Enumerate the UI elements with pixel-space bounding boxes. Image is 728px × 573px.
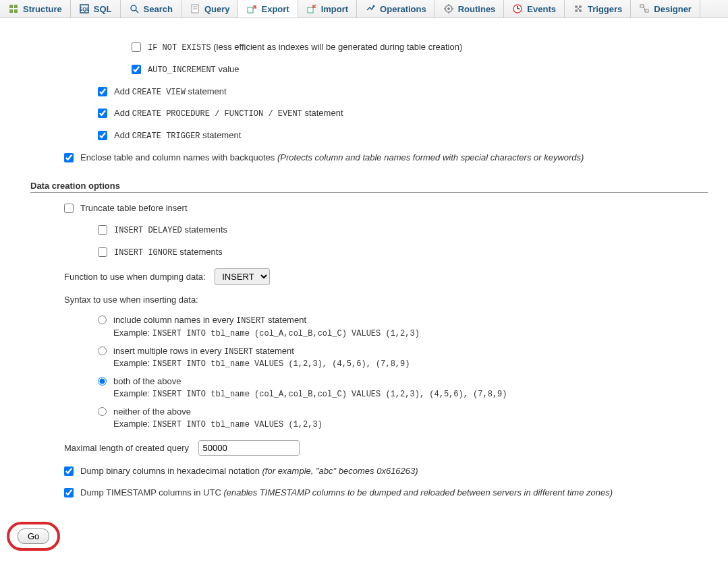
checkbox-truncate[interactable] xyxy=(64,204,74,213)
export-content: IF NOT EXISTS (less efficient as indexes… xyxy=(0,18,728,571)
checkbox-create-trigger[interactable] xyxy=(98,131,107,140)
syntax-radio-3[interactable] xyxy=(98,407,107,416)
tab-structure[interactable]: Structure xyxy=(0,0,71,18)
option-backquotes: Enclose table and column names with back… xyxy=(64,152,708,164)
option-create-trigger: Add CREATE TRIGGER statement xyxy=(98,129,708,142)
option-insert-delayed: INSERT DELAYED statements xyxy=(98,224,708,237)
maxlen-field: Maximal length of created query xyxy=(64,440,708,456)
label-create-procedure: Add CREATE PROCEDURE / FUNCTION / EVENT … xyxy=(114,107,343,120)
go-highlight: Go xyxy=(7,522,60,551)
label-insert-delayed: INSERT DELAYED statements xyxy=(114,224,227,237)
label-insert-ignore: INSERT IGNORE statements xyxy=(114,246,223,259)
svg-line-7 xyxy=(136,10,138,13)
tab-sql[interactable]: SQLSQL xyxy=(71,0,121,18)
svg-line-31 xyxy=(644,6,645,11)
syntax-option-3: neither of the aboveExample: INSERT INTO… xyxy=(98,406,708,431)
tab-label: Structure xyxy=(23,4,62,14)
checkbox-hex[interactable] xyxy=(64,466,74,476)
maxlen-input[interactable] xyxy=(198,440,300,456)
checkbox-insert-ignore[interactable] xyxy=(98,247,107,257)
checkbox-create-procedure[interactable] xyxy=(98,109,107,118)
svg-rect-0 xyxy=(9,5,13,8)
syntax-option-2: both of the aboveExample: INSERT INTO tb… xyxy=(98,375,708,400)
tab-label: Search xyxy=(144,4,173,14)
tab-routines[interactable]: Routines xyxy=(435,0,505,18)
checkbox-if-not-exists[interactable] xyxy=(132,42,141,52)
syntax-text-0: include column names in every INSERT sta… xyxy=(113,314,420,340)
checkbox-insert-delayed[interactable] xyxy=(98,225,107,235)
export-icon xyxy=(246,3,257,14)
tab-designer[interactable]: Designer xyxy=(631,0,700,18)
tab-search[interactable]: Search xyxy=(121,0,181,18)
structure-icon xyxy=(8,3,19,14)
option-truncate: Truncate table before insert xyxy=(64,202,708,214)
checkbox-create-view[interactable] xyxy=(98,87,107,96)
tab-operations[interactable]: Operations xyxy=(357,0,435,18)
syntax-text-2: both of the aboveExample: INSERT INTO tb… xyxy=(113,375,507,400)
search-icon xyxy=(129,3,140,14)
label-if-not-exists: IF NOT EXISTS (less efficient as indexes… xyxy=(148,41,462,54)
syntax-radio-2[interactable] xyxy=(98,377,107,386)
label-auto-increment: AUTO_INCREMENT value xyxy=(148,63,240,76)
section-data-creation-options: Data creation options xyxy=(30,181,708,193)
events-icon xyxy=(512,3,523,14)
svg-point-13 xyxy=(373,5,375,7)
syntax-radio-group: include column names in every INSERT sta… xyxy=(98,314,708,431)
option-auto-increment: AUTO_INCREMENT value xyxy=(132,63,708,76)
svg-rect-2 xyxy=(9,9,13,13)
svg-rect-11 xyxy=(248,7,253,13)
svg-rect-3 xyxy=(14,9,18,13)
syntax-option-0: include column names in every INSERT sta… xyxy=(98,314,708,340)
tab-label: Events xyxy=(527,4,556,14)
sql-icon: SQL xyxy=(79,3,90,14)
option-hex: Dump binary columns in hexadecimal notat… xyxy=(64,465,708,477)
tab-export[interactable]: Export xyxy=(238,0,298,18)
label-truncate: Truncate table before insert xyxy=(80,202,188,214)
tab-label: Import xyxy=(321,4,348,14)
tab-label: Query xyxy=(204,4,230,14)
tab-bar: StructureSQLSQLSearchQueryExportImportOp… xyxy=(0,0,728,18)
option-insert-ignore: INSERT IGNORE statements xyxy=(98,246,708,259)
checkbox-auto-increment[interactable] xyxy=(132,65,141,74)
checkbox-backquotes[interactable] xyxy=(64,153,74,162)
option-if-not-exists: IF NOT EXISTS (less efficient as indexes… xyxy=(132,41,708,54)
tab-import[interactable]: Import xyxy=(298,0,357,18)
function-select[interactable]: INSERT xyxy=(215,268,270,285)
svg-point-6 xyxy=(131,5,136,11)
tab-label: SQL xyxy=(94,4,112,14)
import-icon xyxy=(306,3,317,14)
tab-label: Routines xyxy=(458,4,496,14)
label-create-trigger: Add CREATE TRIGGER statement xyxy=(114,129,241,142)
syntax-label: Syntax to use when inserting data: xyxy=(64,295,198,305)
maxlen-label: Maximal length of created query xyxy=(64,443,189,453)
tab-query[interactable]: Query xyxy=(181,0,239,18)
svg-point-15 xyxy=(447,7,450,10)
svg-rect-29 xyxy=(640,5,644,7)
svg-rect-30 xyxy=(645,9,648,12)
function-label: Function to use when dumping data: xyxy=(64,272,206,282)
syntax-text-3: neither of the aboveExample: INSERT INTO… xyxy=(113,406,323,431)
svg-rect-12 xyxy=(308,7,313,13)
query-icon xyxy=(190,3,200,14)
triggers-icon xyxy=(573,3,584,14)
label-create-view: Add CREATE VIEW statement xyxy=(114,86,227,98)
operations-icon xyxy=(365,3,376,14)
designer-icon xyxy=(639,3,650,14)
go-button[interactable]: Go xyxy=(18,529,49,544)
tab-events[interactable]: Events xyxy=(504,0,565,18)
syntax-radio-0[interactable] xyxy=(98,315,107,324)
label-hex: Dump binary columns in hexadecimal notat… xyxy=(80,465,418,477)
tab-label: Export xyxy=(261,4,289,14)
syntax-text-1: insert multiple rows in every INSERT sta… xyxy=(113,345,410,371)
syntax-option-1: insert multiple rows in every INSERT sta… xyxy=(98,345,708,371)
svg-rect-1 xyxy=(14,5,18,8)
tab-label: Triggers xyxy=(588,4,622,14)
tab-label: Operations xyxy=(380,4,426,14)
option-create-procedure: Add CREATE PROCEDURE / FUNCTION / EVENT … xyxy=(98,107,708,120)
tab-label: Designer xyxy=(654,4,692,14)
label-backquotes: Enclose table and column names with back… xyxy=(80,152,584,164)
syntax-radio-1[interactable] xyxy=(98,346,107,355)
tab-triggers[interactable]: Triggers xyxy=(565,0,631,18)
label-utc: Dump TIMESTAMP columns in UTC (enables T… xyxy=(80,487,613,499)
checkbox-utc[interactable] xyxy=(64,488,74,497)
